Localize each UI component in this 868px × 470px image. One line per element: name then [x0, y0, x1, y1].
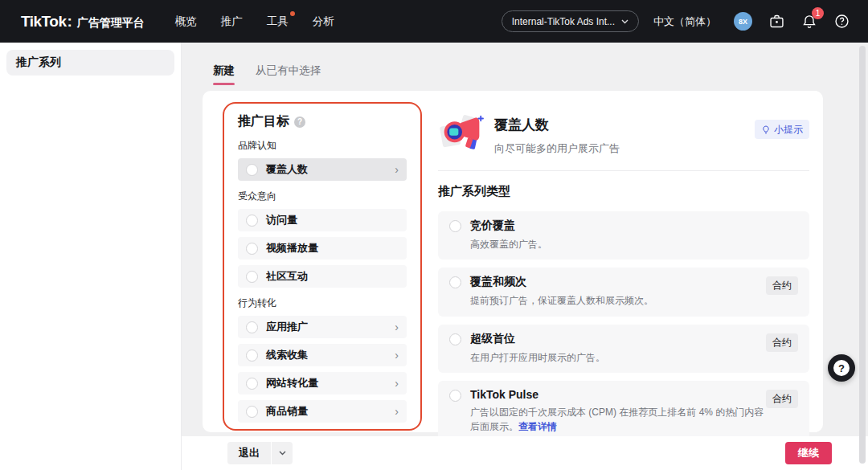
contract-badge: 合约 — [766, 333, 798, 352]
radio-icon[interactable] — [246, 349, 258, 362]
brand-wordmark: TikTok — [21, 13, 66, 31]
nav-tools[interactable]: 工具 — [267, 14, 289, 29]
top-navigation: 概览 推广 工具 分析 — [175, 14, 358, 29]
active-tab-underline — [213, 83, 235, 85]
avatar[interactable]: 8X — [734, 12, 752, 31]
tools-notification-dot — [290, 11, 295, 16]
question-mark-icon: ? — [833, 360, 850, 376]
vertical-scrollbar[interactable] — [859, 46, 866, 464]
floating-help-button[interactable]: ? — [828, 354, 855, 382]
account-selector[interactable]: Internal-TikTok Ads Int... — [502, 10, 639, 32]
footer-bar: 退出 继续 — [182, 436, 868, 470]
topbar-right-group: Internal-TikTok Ads Int... 中文（简体） 8X 1 — [502, 10, 850, 32]
megaphone-illustration-icon — [438, 113, 486, 155]
objective-item-product-sales[interactable]: 商品销量 › — [238, 400, 407, 423]
type-card-body: TikTok Pulse 广告以固定的千次展示成本 (CPM) 在推荐页上排名前… — [470, 388, 766, 434]
sidebar: 推广系列 — [0, 43, 182, 470]
divider — [438, 170, 809, 171]
objective-help-icon[interactable]: ? — [294, 116, 305, 128]
type-card-reach-frequency[interactable]: 覆盖和频次 提前预订广告，保证覆盖人数和展示频次。 合约 — [438, 268, 809, 316]
objective-item-video-views[interactable]: 视频播放量 — [238, 237, 407, 260]
sidebar-item-label: 推广系列 — [16, 55, 61, 70]
type-card-top-view[interactable]: 超级首位 在用户打开应用时展示的广告。 合约 — [438, 325, 809, 373]
tab-bar: 新建 从已有中选择 — [213, 63, 868, 85]
type-card-body: 覆盖和频次 提前预订广告，保证覆盖人数和展示频次。 — [470, 275, 766, 308]
radio-icon[interactable] — [449, 276, 461, 288]
objective-panel-title: 推广目标 — [238, 113, 289, 130]
chevron-right-icon: › — [395, 164, 399, 175]
account-selector-label: Internal-TikTok Ads Int... — [512, 16, 615, 27]
group-label-awareness: 品牌认知 — [238, 139, 407, 153]
briefcase-icon — [768, 13, 785, 30]
radio-icon[interactable] — [449, 390, 461, 402]
continue-button[interactable]: 继续 — [785, 442, 832, 464]
objective-detail: 覆盖人数 向尽可能多的用户展示广告 小提示 推广系列类型 竞价覆盖 高效覆盖的广… — [438, 113, 809, 450]
detail-head-text: 覆盖人数 向尽可能多的用户展示广告 — [494, 113, 620, 156]
chevron-right-icon: › — [395, 321, 399, 333]
tab-use-existing[interactable]: 从已有中选择 — [256, 63, 321, 85]
topbar: TikTok: 广告管理平台 概览 推广 工具 分析 Internal-TikT… — [0, 0, 868, 43]
chevron-down-icon — [279, 451, 286, 456]
group-label-consideration: 受众意向 — [238, 190, 407, 203]
detail-title: 覆盖人数 — [494, 116, 620, 134]
exit-button[interactable]: 退出 — [227, 442, 271, 464]
brand-colon: : — [67, 13, 72, 31]
nav-analytics[interactable]: 分析 — [313, 14, 334, 29]
radio-icon[interactable] — [246, 271, 258, 283]
workspace-button[interactable] — [768, 13, 785, 30]
main-area: 新建 从已有中选择 推广目标 ? 品牌认知 覆盖人数 › 受众 — [182, 43, 868, 470]
radio-icon[interactable] — [246, 215, 258, 227]
notification-count-badge: 1 — [812, 7, 824, 19]
objective-item-app-promotion[interactable]: 应用推广 › — [238, 316, 407, 338]
group-label-conversion: 行为转化 — [238, 296, 407, 310]
objective-panel: 推广目标 ? 品牌认知 覆盖人数 › 受众意向 访问量 视频播放量 — [223, 102, 422, 431]
tab-create-new[interactable]: 新建 — [213, 63, 235, 85]
nav-overview[interactable]: 概览 — [175, 14, 197, 29]
help-circle-icon — [833, 13, 850, 30]
objective-item-community-interaction[interactable]: 社区互动 — [238, 265, 407, 288]
chevron-right-icon: › — [395, 378, 399, 389]
objective-item-reach[interactable]: 覆盖人数 › — [238, 158, 407, 181]
objective-item-traffic[interactable]: 访问量 — [238, 209, 407, 231]
radio-icon[interactable] — [449, 220, 461, 232]
help-button[interactable] — [833, 13, 850, 30]
view-details-link[interactable]: 查看详情 — [518, 421, 557, 432]
notifications-button[interactable]: 1 — [801, 13, 817, 30]
radio-icon[interactable] — [246, 378, 258, 390]
contract-badge: 合约 — [766, 276, 798, 295]
tips-button-label: 小提示 — [774, 123, 803, 137]
objective-title-row: 推广目标 ? — [238, 113, 407, 130]
detail-header: 覆盖人数 向尽可能多的用户展示广告 小提示 — [438, 113, 809, 156]
nav-promotion[interactable]: 推广 — [221, 14, 243, 29]
campaign-type-section-title: 推广系列类型 — [438, 184, 809, 199]
radio-icon[interactable] — [246, 321, 258, 333]
type-card-body: 竞价覆盖 高效覆盖的广告。 — [470, 219, 798, 251]
language-selector[interactable]: 中文（简体） — [653, 14, 716, 29]
product-name: 广告管理平台 — [77, 16, 145, 31]
chevron-down-icon — [621, 19, 628, 24]
detail-subtitle: 向尽可能多的用户展示广告 — [494, 141, 620, 156]
exit-dropdown-button[interactable] — [272, 442, 293, 464]
contract-badge: 合约 — [766, 390, 798, 408]
objective-item-website-conversions[interactable]: 网站转化量 › — [238, 372, 407, 394]
lightbulb-icon — [761, 125, 771, 135]
type-card-auction-reach[interactable]: 竞价覆盖 高效覆盖的广告。 — [438, 211, 809, 260]
chevron-right-icon: › — [395, 406, 399, 417]
app-body: 推广系列 新建 从已有中选择 推广目标 ? 品牌认知 — [0, 43, 868, 470]
content-card: 推广目标 ? 品牌认知 覆盖人数 › 受众意向 访问量 视频播放量 — [203, 91, 823, 432]
chevron-right-icon: › — [395, 349, 399, 361]
radio-icon[interactable] — [246, 164, 258, 176]
radio-icon[interactable] — [246, 243, 258, 255]
type-card-tiktok-pulse[interactable]: TikTok Pulse 广告以固定的千次展示成本 (CPM) 在推荐页上排名前… — [438, 381, 809, 442]
brand-logo[interactable]: TikTok: 广告管理平台 — [21, 13, 145, 31]
exit-split-button: 退出 — [227, 442, 293, 464]
sidebar-item-campaigns[interactable]: 推广系列 — [6, 50, 174, 76]
radio-icon[interactable] — [449, 333, 461, 345]
tips-button[interactable]: 小提示 — [755, 120, 809, 139]
objective-item-lead-generation[interactable]: 线索收集 › — [238, 344, 407, 366]
type-card-body: 超级首位 在用户打开应用时展示的广告。 — [470, 332, 766, 365]
radio-icon[interactable] — [246, 406, 258, 418]
